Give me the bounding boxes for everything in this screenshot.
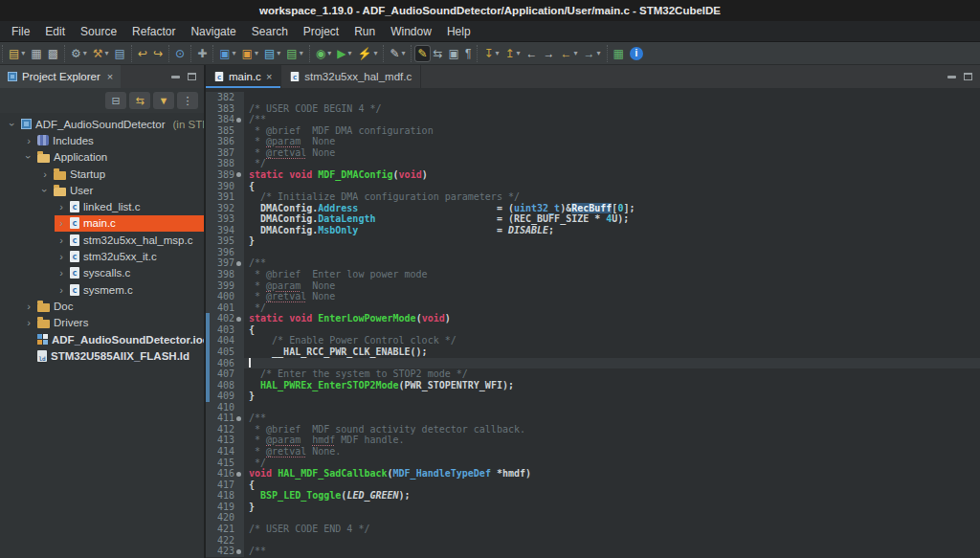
line-number[interactable]: 393 bbox=[210, 213, 234, 225]
show-whitespace-button[interactable]: ¶ bbox=[463, 46, 473, 61]
new-c-file-button[interactable]: ▤▾ bbox=[262, 46, 282, 61]
redo-arrow-button[interactable]: ↪ bbox=[151, 46, 165, 61]
debug-probe-button[interactable]: ✚ bbox=[195, 46, 209, 61]
chevron-down-icon[interactable]: › bbox=[23, 152, 34, 162]
tree-item-linked-list-c[interactable]: ›linked_list.c bbox=[0, 198, 204, 214]
chevron-down-icon[interactable]: ▾ bbox=[21, 49, 25, 57]
line-number[interactable]: 405 bbox=[210, 346, 234, 358]
line-number[interactable]: 392 bbox=[210, 203, 234, 214]
tree-item-stm32u5xx-hal-msp-c[interactable]: ›stm32u5xx_hal_msp.c bbox=[0, 232, 204, 248]
tree-item-syscalls-c[interactable]: ›syscalls.c bbox=[0, 265, 204, 281]
chevron-down-icon[interactable]: ▾ bbox=[83, 49, 87, 57]
editor-tab-main-c[interactable]: main.c× bbox=[206, 65, 281, 88]
tree-item-includes[interactable]: ›Includes bbox=[0, 132, 204, 148]
line-number[interactable]: 403 bbox=[210, 324, 234, 336]
fold-marker-icon[interactable] bbox=[234, 546, 244, 557]
chevron-down-icon[interactable]: ▾ bbox=[327, 49, 331, 57]
chevron-down-icon[interactable]: ▾ bbox=[401, 49, 405, 57]
line-number[interactable]: 419 bbox=[210, 502, 234, 513]
chevron-down-icon[interactable]: ▾ bbox=[517, 49, 521, 57]
line-number[interactable]: 398 bbox=[210, 269, 234, 280]
chevron-right-icon[interactable]: › bbox=[24, 301, 33, 312]
chevron-right-icon[interactable]: › bbox=[56, 284, 66, 296]
chevron-right-icon[interactable]: › bbox=[56, 201, 66, 212]
chevron-down-icon[interactable]: ▾ bbox=[574, 49, 578, 57]
chevron-down-icon[interactable]: ▾ bbox=[277, 49, 280, 57]
line-number[interactable]: 390 bbox=[210, 181, 234, 192]
maximize-button[interactable] bbox=[964, 73, 972, 80]
chevron-down-icon[interactable]: ▾ bbox=[255, 49, 258, 57]
line-number[interactable]: 382 bbox=[210, 92, 234, 103]
new-c-project-button[interactable]: ▣▾ bbox=[217, 46, 237, 61]
close-icon[interactable]: × bbox=[266, 71, 272, 82]
build-all-button[interactable]: ⚙▾ bbox=[69, 46, 89, 61]
build-target-button[interactable]: ▤ bbox=[113, 46, 127, 61]
chevron-right-icon[interactable]: › bbox=[56, 251, 66, 262]
fold-marker-icon[interactable] bbox=[234, 413, 244, 424]
line-number[interactable]: 406 bbox=[210, 358, 234, 369]
tree-item-sysmem-c[interactable]: ›sysmem.c bbox=[0, 281, 204, 298]
tree-item-main-c[interactable]: ›main.c bbox=[0, 215, 204, 232]
line-number[interactable]: 387 bbox=[210, 147, 234, 159]
line-number[interactable]: 389 bbox=[210, 169, 234, 181]
line-number[interactable]: 383 bbox=[210, 103, 234, 115]
menu-edit[interactable]: Edit bbox=[37, 23, 73, 40]
chevron-right-icon[interactable]: › bbox=[24, 317, 33, 328]
undo-arrow-button[interactable]: ↩ bbox=[136, 46, 149, 61]
view-menu-button[interactable]: ⋮ bbox=[177, 92, 198, 109]
line-number[interactable]: 407 bbox=[210, 368, 234, 380]
chevron-down-icon[interactable]: › bbox=[39, 186, 51, 195]
forward-button[interactable]: →▾ bbox=[582, 46, 603, 61]
line-number[interactable]: 404 bbox=[210, 335, 234, 346]
line-number[interactable]: 385 bbox=[210, 125, 234, 137]
line-number[interactable]: 388 bbox=[210, 158, 234, 169]
perspective-button[interactable]: ▦ bbox=[612, 46, 626, 61]
line-number[interactable]: 417 bbox=[210, 480, 234, 491]
line-number[interactable]: 402 bbox=[210, 313, 234, 324]
paintbrush-button[interactable]: ✎▾ bbox=[388, 46, 407, 61]
fold-marker-icon[interactable] bbox=[234, 257, 244, 269]
line-number[interactable]: 408 bbox=[210, 380, 234, 391]
search-button[interactable]: ⊙ bbox=[173, 46, 187, 61]
chevron-right-icon[interactable]: › bbox=[56, 217, 66, 229]
line-number[interactable]: 415 bbox=[210, 458, 234, 469]
chevron-down-icon[interactable]: ▾ bbox=[300, 49, 303, 57]
menu-refactor[interactable]: Refactor bbox=[124, 23, 183, 40]
new-cpp-project-button[interactable]: ▣▾ bbox=[240, 46, 260, 61]
new-cpp-file-button[interactable]: ▤▾ bbox=[284, 46, 304, 61]
line-number[interactable]: 394 bbox=[210, 225, 234, 236]
line-number[interactable]: 391 bbox=[210, 191, 234, 203]
tree-item-adf-audiosounddetector-ioc[interactable]: ADF_AudioSoundDetector.ioc bbox=[0, 331, 204, 347]
back-button[interactable]: ←▾ bbox=[559, 46, 580, 61]
next-annotation-button[interactable]: → bbox=[542, 46, 557, 61]
tab-project-explorer[interactable]: Project Explorer × bbox=[0, 65, 121, 88]
goto-annotation-button[interactable]: ↥▾ bbox=[502, 46, 522, 61]
line-number[interactable]: 413 bbox=[210, 435, 234, 446]
menu-project[interactable]: Project bbox=[296, 23, 346, 40]
tree-item-application[interactable]: ›Application bbox=[0, 149, 204, 166]
line-number[interactable]: 396 bbox=[210, 247, 234, 258]
chevron-right-icon[interactable]: › bbox=[56, 267, 66, 279]
maximize-button[interactable] bbox=[188, 73, 196, 80]
filter-button[interactable]: ▼ bbox=[153, 92, 174, 109]
line-number[interactable]: 416 bbox=[210, 468, 234, 480]
build-project-button[interactable]: ⚒▾ bbox=[91, 46, 111, 61]
menu-navigate[interactable]: Navigate bbox=[183, 23, 243, 40]
minimize-button[interactable] bbox=[171, 76, 180, 78]
tree-item-stm32u5xx-it-c[interactable]: ›stm32u5xx_it.c bbox=[0, 248, 204, 264]
line-number[interactable]: 400 bbox=[210, 291, 234, 302]
chevron-down-icon[interactable]: › bbox=[7, 120, 18, 129]
line-number[interactable]: 421 bbox=[210, 524, 234, 535]
save-button[interactable]: ▦ bbox=[29, 46, 43, 61]
line-number[interactable]: 401 bbox=[210, 302, 234, 314]
chevron-down-icon[interactable]: ▾ bbox=[347, 49, 351, 57]
menu-source[interactable]: Source bbox=[73, 23, 124, 40]
menu-window[interactable]: Window bbox=[383, 23, 439, 40]
tree-item-stm32u585aiix-flash-ld[interactable]: STM32U585AIIX_FLASH.ld bbox=[0, 347, 204, 364]
menu-search[interactable]: Search bbox=[244, 23, 296, 40]
save-all-button[interactable]: ▩ bbox=[46, 46, 60, 61]
fold-marker-icon[interactable] bbox=[234, 169, 244, 181]
chevron-right-icon[interactable]: › bbox=[56, 234, 66, 246]
chevron-right-icon[interactable]: › bbox=[24, 135, 33, 146]
last-edit-location-button[interactable]: ↧▾ bbox=[481, 46, 501, 61]
